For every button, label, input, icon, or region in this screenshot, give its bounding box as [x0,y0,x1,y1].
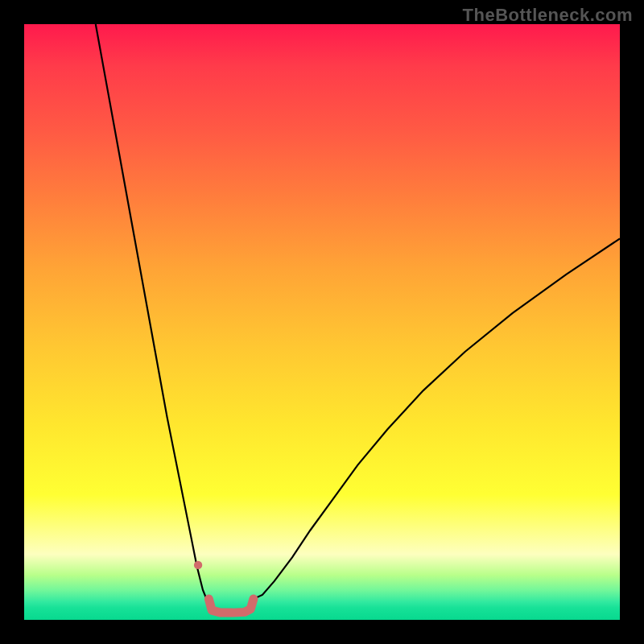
curve-left-path [96,24,209,599]
chart-stage: TheBottleneck.com [0,0,644,644]
floor-pink-path [208,599,254,613]
curve-right-path [254,238,620,599]
plot-area [24,24,620,620]
watermark-text: TheBottleneck.com [463,5,633,26]
curve-svg [24,24,620,620]
pink-dot-marker [194,561,202,569]
